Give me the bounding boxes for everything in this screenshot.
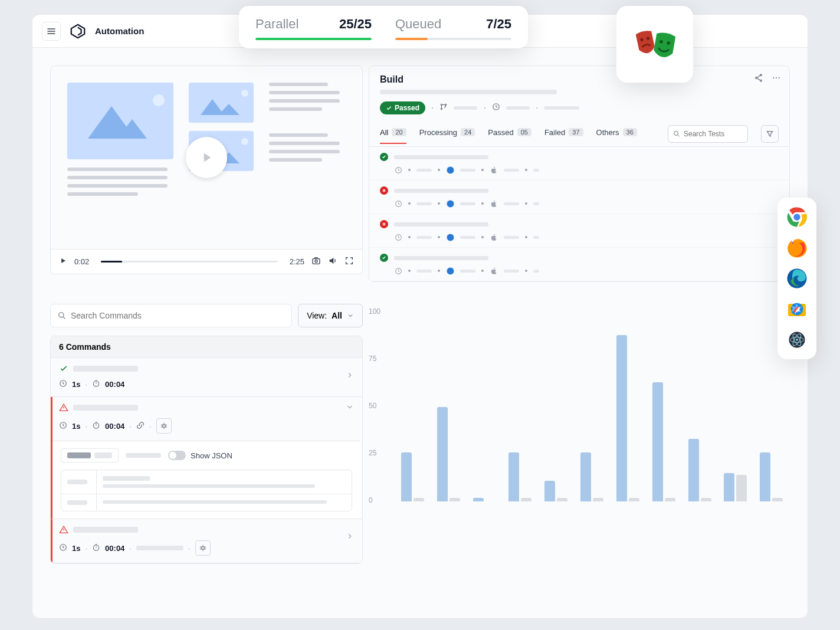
svg-point-5	[241, 90, 248, 97]
chart-bar	[449, 498, 460, 501]
browser-dot-icon	[446, 166, 454, 174]
popover-progress	[395, 38, 511, 40]
chevron-down-icon	[347, 312, 354, 319]
thumbnail-large	[67, 83, 173, 159]
chart-bar	[665, 498, 675, 501]
tab-passed[interactable]: Passed05	[488, 128, 531, 144]
chart-bar	[437, 407, 448, 501]
svg-marker-4	[218, 104, 239, 115]
content: 0:02 2:25 View: All	[32, 48, 808, 618]
link-icon[interactable]	[136, 421, 145, 431]
edge-icon[interactable]	[786, 267, 808, 290]
svg-point-22	[760, 80, 762, 81]
command-timestamp: 00:04	[105, 380, 124, 389]
collapse-toggle[interactable]	[346, 403, 354, 414]
chart-bar	[736, 475, 747, 501]
hamburger-menu[interactable]	[42, 22, 61, 41]
logo	[69, 22, 87, 40]
safari-icon[interactable]	[786, 298, 808, 320]
chart-bar	[760, 452, 770, 501]
volume-button[interactable]	[328, 256, 337, 268]
chart-bar	[629, 498, 639, 501]
search-tests-input[interactable]	[684, 130, 743, 138]
chrome-icon[interactable]	[786, 206, 808, 228]
browser-dot-icon	[446, 199, 454, 208]
commands-search-input[interactable]	[71, 311, 284, 320]
left-column: 0:02 2:25 View: All	[32, 48, 363, 618]
view-label: View:	[307, 311, 327, 320]
stopwatch-icon	[92, 379, 100, 389]
commands-search[interactable]	[50, 304, 292, 327]
popover-metric-label: Queued	[395, 17, 441, 32]
chart-bar	[557, 498, 567, 501]
chart-bar	[580, 452, 591, 501]
svg-point-36	[447, 234, 454, 241]
app-frame: Automation	[32, 15, 808, 618]
clock-icon	[394, 166, 402, 174]
video-controls: 0:02 2:25	[51, 249, 362, 274]
view-filter-button[interactable]: View: All	[298, 304, 363, 327]
clock-icon	[394, 267, 402, 275]
pass-icon	[380, 153, 388, 161]
video-total-time: 2:25	[290, 257, 304, 266]
tab-all[interactable]: All20	[380, 128, 406, 144]
clock-icon	[394, 199, 402, 208]
debug-button[interactable]	[195, 540, 211, 556]
fullscreen-button[interactable]	[344, 256, 354, 268]
json-toggle-label: Show JSON	[191, 451, 232, 460]
electron-icon[interactable]	[786, 329, 808, 351]
filter-button[interactable]	[761, 125, 779, 143]
play-small-button[interactable]	[59, 257, 67, 267]
expand-toggle[interactable]	[346, 371, 354, 382]
build-status-badge: Passed	[380, 101, 425, 114]
more-button[interactable]	[772, 73, 781, 85]
search-tests[interactable]	[668, 125, 748, 143]
svg-point-27	[441, 108, 442, 109]
test-row[interactable]	[369, 248, 789, 281]
tab-failed[interactable]: Failed37	[544, 128, 583, 144]
hamburger-icon	[47, 27, 56, 36]
browser-dot-icon	[446, 267, 454, 275]
play-icon	[199, 150, 214, 165]
right-column: Build Passed · ·	[363, 48, 808, 618]
browser-sidebar	[777, 198, 816, 359]
video-current-time: 0:02	[74, 257, 89, 266]
command-row[interactable]: 1s · 00:04 · ·	[51, 519, 362, 563]
placeholder-lines	[67, 168, 173, 196]
play-button[interactable]	[186, 137, 227, 178]
svg-point-34	[447, 200, 454, 207]
svg-rect-9	[313, 258, 320, 264]
share-button[interactable]	[754, 73, 763, 85]
topbar-title: Automation	[95, 26, 144, 36]
popover-progress	[255, 38, 372, 40]
command-expanded-body: Show JSON	[52, 441, 360, 519]
command-row[interactable]: 1s · 00:04	[51, 358, 362, 397]
pass-icon	[380, 254, 388, 262]
test-row[interactable]	[369, 147, 789, 181]
chart: 0255075100	[369, 306, 790, 512]
command-duration: 1s	[72, 380, 80, 389]
tab-others[interactable]: Others36	[596, 128, 637, 144]
fail-icon	[380, 186, 388, 195]
expand-toggle[interactable]	[346, 532, 354, 543]
chart-bar	[544, 481, 555, 501]
debug-button[interactable]	[156, 418, 172, 434]
test-row[interactable]	[369, 214, 789, 248]
chart-bar	[473, 498, 484, 501]
video-seek-bar[interactable]	[101, 261, 277, 262]
clock-icon	[492, 103, 500, 113]
camera-button[interactable]	[311, 256, 321, 268]
json-toggle[interactable]: Show JSON	[168, 451, 232, 460]
svg-point-54	[796, 339, 798, 341]
tab-processing[interactable]: Processing24	[419, 128, 475, 144]
svg-point-8	[241, 138, 248, 145]
command-row[interactable]: 1s · 00:04 · ·	[51, 397, 362, 519]
svg-point-23	[773, 77, 774, 78]
test-row[interactable]	[369, 181, 789, 214]
firefox-icon[interactable]	[786, 237, 808, 259]
popover-metric-value: 7/25	[486, 17, 511, 32]
search-icon	[58, 311, 66, 320]
command-timestamp: 00:04	[105, 422, 124, 431]
warning-icon	[59, 403, 68, 412]
chart-bar	[772, 498, 783, 501]
